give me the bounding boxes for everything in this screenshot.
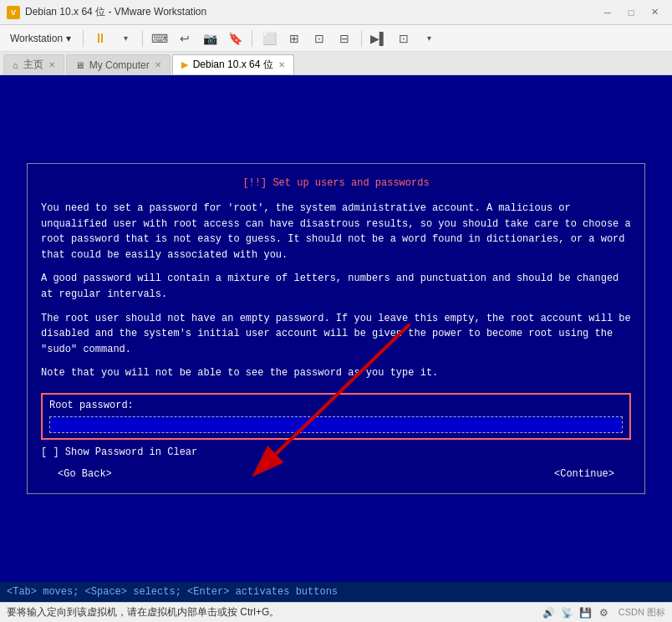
dialog-paragraph3: The root user should not have an empty p… bbox=[41, 311, 631, 358]
pause-button[interactable]: ⏸ bbox=[89, 28, 112, 49]
tab-mycomputer-label: My Computer bbox=[89, 59, 150, 71]
title-bar: V Debian 10.x 64 位 - VMware Workstation … bbox=[0, 0, 672, 25]
info-bar-icons: 🔊 📡 💾 ⚙ CSDN 图标 bbox=[542, 605, 665, 620]
home-tab-icon: ⌂ bbox=[13, 60, 18, 70]
workstation-label: Workstation bbox=[10, 33, 63, 44]
tab-home[interactable]: ⌂ 主页 ✕ bbox=[3, 54, 64, 74]
more-dropdown[interactable]: ▾ bbox=[417, 28, 440, 49]
info-bar-text: 要将输入定向到该虚拟机，请在虚拟机内部单击或按 Ctrl+G。 bbox=[7, 605, 535, 619]
maximize-button[interactable]: □ bbox=[620, 4, 642, 21]
more-button[interactable]: ⊡ bbox=[392, 28, 415, 49]
network-icon[interactable]: 📡 bbox=[560, 605, 575, 620]
dialog-paragraph2: A good password will contain a mixture o… bbox=[41, 271, 631, 302]
tab-debian-label: Debian 10.x 64 位 bbox=[193, 58, 273, 72]
workstation-menu[interactable]: Workstation ▾ bbox=[3, 29, 78, 48]
tab-debian-close[interactable]: ✕ bbox=[278, 60, 285, 69]
minimize-button[interactable]: ─ bbox=[597, 4, 619, 21]
branding-text: CSDN 图标 bbox=[619, 606, 665, 619]
tab-mycomputer[interactable]: 🖥 My Computer ✕ bbox=[66, 54, 171, 74]
dialog-paragraph4: Note that you will not be able to see th… bbox=[41, 365, 631, 381]
toolbar: Workstation ▾ ⏸ ▾ ⌨ ↩ 📷 🔖 ⬜ ⊞ ⊡ ⊟ ▶▌ ⊡ ▾ bbox=[0, 25, 672, 52]
zoom-button[interactable]: ⊟ bbox=[333, 28, 356, 49]
info-bar: 要将输入定向到该虚拟机，请在虚拟机内部单击或按 Ctrl+G。 🔊 📡 💾 ⚙ … bbox=[0, 602, 672, 622]
dialog-paragraph1: You need to set a password for 'root', t… bbox=[41, 201, 631, 263]
toolbar-separator-1 bbox=[83, 30, 84, 47]
storage-icon[interactable]: 💾 bbox=[578, 605, 593, 620]
toolbar-separator-2 bbox=[142, 30, 143, 47]
toolbar-separator-3 bbox=[252, 30, 252, 47]
full-screen-button[interactable]: ⬜ bbox=[257, 28, 281, 49]
mycomputer-tab-icon: 🖥 bbox=[75, 60, 84, 70]
vm-screen[interactable]: [!!] Set up users and passwords You need… bbox=[0, 75, 672, 582]
tab-debian[interactable]: ▶ Debian 10.x 64 位 ✕ bbox=[172, 54, 294, 74]
show-password-checkbox[interactable]: [ ] Show Password in Clear bbox=[41, 446, 631, 458]
password-label: Root password: bbox=[49, 400, 623, 411]
window-title: Debian 10.x 64 位 - VMware Workstation bbox=[25, 5, 597, 19]
revert-button[interactable]: ↩ bbox=[173, 28, 196, 49]
pause-dropdown[interactable]: ▾ bbox=[114, 28, 137, 49]
tab-mycomputer-close[interactable]: ✕ bbox=[155, 60, 161, 69]
dialog-body: You need to set a password for 'root', t… bbox=[41, 201, 631, 381]
dialog-title: [!!] Set up users and passwords bbox=[41, 177, 631, 189]
password-input[interactable] bbox=[49, 416, 623, 433]
send-ctrl-alt-del-button[interactable]: ⌨ bbox=[148, 28, 171, 49]
tab-home-close[interactable]: ✕ bbox=[48, 60, 55, 69]
vm-status-bar: <Tab> moves; <Space> selects; <Enter> ac… bbox=[0, 582, 672, 602]
password-section: Root password: bbox=[41, 393, 631, 440]
snapshot-button[interactable]: 📷 bbox=[198, 28, 221, 49]
stretch-button[interactable]: ⊡ bbox=[308, 28, 331, 49]
app-icon: V bbox=[7, 6, 20, 19]
settings-icon[interactable]: ⚙ bbox=[597, 605, 612, 620]
tab-home-label: 主页 bbox=[23, 58, 43, 72]
vm-status-text: <Tab> moves; <Space> selects; <Enter> ac… bbox=[7, 586, 338, 598]
tabs-bar: ⌂ 主页 ✕ 🖥 My Computer ✕ ▶ Debian 10.x 64 … bbox=[0, 52, 672, 75]
window-controls: ─ □ ✕ bbox=[597, 4, 665, 21]
view-button[interactable]: ⊞ bbox=[283, 28, 306, 49]
terminal-button[interactable]: ▶▌ bbox=[367, 28, 390, 49]
workstation-dropdown-icon: ▾ bbox=[66, 33, 71, 44]
audio-icon[interactable]: 🔊 bbox=[542, 605, 557, 620]
dialog-buttons: <Go Back> <Continue> bbox=[41, 468, 631, 480]
continue-button[interactable]: <Continue> bbox=[554, 468, 614, 480]
debian-tab-icon: ▶ bbox=[181, 59, 188, 70]
vm-dialog: [!!] Set up users and passwords You need… bbox=[27, 163, 645, 494]
go-back-button[interactable]: <Go Back> bbox=[58, 468, 112, 480]
close-button[interactable]: ✕ bbox=[644, 4, 665, 21]
snapshot2-button[interactable]: 🔖 bbox=[223, 28, 247, 49]
toolbar-separator-4 bbox=[361, 30, 362, 47]
